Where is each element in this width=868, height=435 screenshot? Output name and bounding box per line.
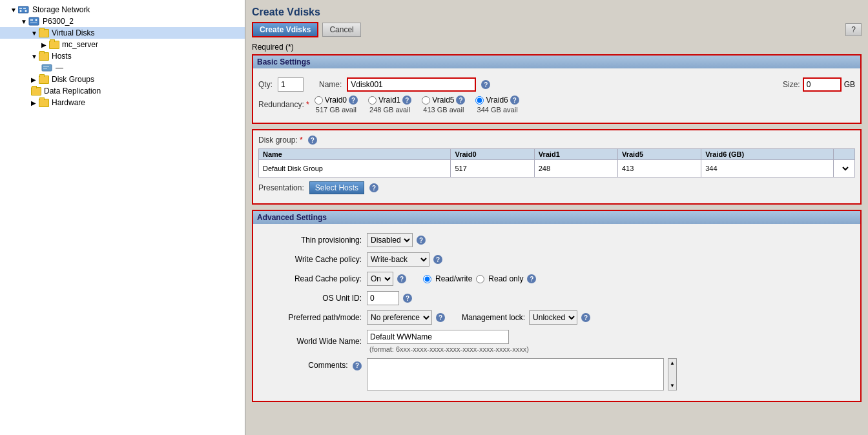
vraid1-help[interactable]: ?	[402, 96, 411, 105]
disk-group-panel: Disk group: ? Name Vraid0 Vraid1 Vraid5 …	[252, 129, 862, 205]
name-input[interactable]	[347, 77, 476, 92]
expand-arrow-hw[interactable]	[31, 99, 37, 106]
readwrite-radio[interactable]	[423, 275, 431, 283]
os-unit-help-icon[interactable]: ?	[403, 294, 412, 303]
svg-rect-10	[43, 66, 49, 67]
vraid6-help[interactable]: ?	[510, 96, 519, 105]
sidebar-item-data-replication[interactable]: Data Replication	[0, 85, 245, 97]
folder-icon-dg	[39, 76, 49, 84]
folder-icon-vd	[39, 29, 49, 37]
vraid0-help[interactable]: ?	[349, 96, 358, 105]
expand-arrow-p6300[interactable]	[21, 18, 27, 25]
dg-col-vraid0: Vraid0	[451, 149, 534, 160]
svg-rect-6	[30, 19, 33, 21]
advanced-settings-panel: Advanced Settings Thin provisioning: Dis…	[252, 210, 862, 402]
disk-group-help[interactable]: ?	[308, 136, 317, 145]
write-cache-select[interactable]: Write-back Write-through Disabled	[367, 252, 429, 267]
name-help-icon[interactable]: ?	[481, 80, 490, 89]
cancel-button[interactable]: Cancel	[322, 23, 360, 37]
dg-col-vraid1: Vraid1	[534, 149, 617, 160]
os-unit-row: OS Unit ID: ?	[258, 291, 855, 305]
mgmt-lock-help-icon[interactable]: ?	[581, 313, 590, 322]
sidebar-item-disk-groups[interactable]: Disk Groups	[0, 74, 245, 85]
size-unit: GB	[844, 80, 855, 89]
readonly-radio[interactable]	[476, 275, 484, 283]
vraid6-avail: 344 GB avail	[477, 106, 518, 114]
sidebar-item-hardware[interactable]: Hardware	[0, 97, 245, 108]
mgmt-lock-select[interactable]: Unlocked Locked	[529, 310, 577, 325]
svg-point-4	[25, 10, 27, 12]
sidebar-label-storage-network: Storage Network	[32, 5, 90, 14]
vraid6-option: Vraid6 ? 344 GB avail	[475, 96, 519, 114]
expand-arrow-hosts[interactable]	[31, 53, 37, 60]
wwn-label: World Wide Name:	[258, 337, 362, 346]
sidebar-item-host-dash[interactable]: —	[0, 62, 245, 74]
expand-arrow-dg[interactable]	[31, 76, 37, 83]
scrollbar-up[interactable]: ▲	[668, 360, 676, 366]
vraid1-radio[interactable]	[368, 96, 377, 105]
basic-settings-panel: Basic Settings Qty: Name: ? Size: GB Red…	[252, 54, 862, 124]
create-vdisks-button[interactable]: Create Vdisks	[252, 22, 318, 37]
wwn-input[interactable]	[367, 330, 509, 344]
vraid5-help[interactable]: ?	[456, 96, 465, 105]
svg-rect-11	[43, 68, 47, 69]
sidebar-label-hosts: Hosts	[52, 52, 72, 61]
sidebar-item-p6300[interactable]: P6300_2	[0, 15, 245, 27]
sidebar-item-storage-network[interactable]: Storage Network	[0, 4, 245, 15]
read-cache-help-icon[interactable]: ?	[397, 274, 406, 283]
vraid5-option: Vraid5 ? 413 GB avail	[422, 96, 465, 114]
scrollbar-down[interactable]: ▼	[668, 383, 676, 389]
comments-help-icon[interactable]: ?	[353, 361, 362, 370]
vraid5-radio[interactable]	[422, 96, 430, 105]
vraid0-label: Vraid0	[325, 96, 347, 105]
svg-rect-8	[30, 22, 37, 23]
vraid5-label: Vraid5	[432, 96, 454, 105]
disk-group-label: Disk group:	[258, 136, 303, 145]
write-cache-help-icon[interactable]: ?	[433, 255, 442, 264]
thin-provisioning-select[interactable]: Disabled Enabled	[367, 233, 413, 247]
vraid0-radio[interactable]	[315, 96, 323, 105]
cache-mode-help[interactable]: ?	[527, 274, 536, 283]
vraid6-radio[interactable]	[475, 96, 484, 105]
redundancy-label: Redundancy:	[258, 100, 309, 109]
dg-name-cell: Default Disk Group	[259, 160, 451, 177]
help-button[interactable]: ?	[845, 23, 862, 36]
dg-dropdown-cell[interactable]: ▼	[834, 160, 855, 177]
svg-rect-5	[29, 17, 39, 25]
thin-provisioning-label: Thin provisioning:	[258, 236, 362, 245]
sidebar-label-p6300: P6300_2	[43, 17, 74, 26]
write-cache-label: Write Cache policy:	[258, 255, 362, 264]
read-cache-select[interactable]: On Off	[367, 272, 393, 286]
readwrite-label: Read/write	[435, 274, 472, 283]
disk-group-table: Name Vraid0 Vraid1 Vraid5 Vraid6 (GB) De…	[258, 148, 855, 177]
expand-arrow[interactable]	[10, 6, 17, 14]
basic-settings-header: Basic Settings	[253, 56, 860, 68]
expand-arrow-vd[interactable]	[31, 30, 37, 37]
comments-textarea[interactable]	[367, 358, 664, 390]
sidebar-item-hosts[interactable]: Hosts	[0, 50, 245, 62]
table-row[interactable]: Default Disk Group 517 248 413 344 ▼	[259, 160, 855, 177]
size-input[interactable]	[803, 77, 842, 92]
preferred-path-select[interactable]: No preference Controller 1 Controller 2	[367, 310, 432, 325]
sidebar-item-mc-server[interactable]: mc_server	[0, 39, 245, 50]
thin-help-icon[interactable]: ?	[417, 236, 426, 245]
page-title: Create Vdisks	[252, 6, 320, 18]
preferred-path-row: Preferred path/mode: No preference Contr…	[258, 310, 855, 325]
dg-select[interactable]: ▼	[838, 161, 851, 176]
expand-arrow-mc[interactable]	[41, 41, 48, 48]
vraid1-option: Vraid1 ? 248 GB avail	[368, 96, 411, 114]
svg-rect-0	[18, 6, 28, 13]
sidebar-label-hardware: Hardware	[52, 98, 85, 107]
presentation-help-icon[interactable]: ?	[369, 183, 378, 192]
vraid6-label: Vraid6	[486, 96, 508, 105]
comments-row: Comments: ? ▲ ▼	[258, 358, 855, 390]
preferred-path-help-icon[interactable]: ?	[436, 313, 445, 322]
qty-input[interactable]	[278, 77, 304, 92]
os-unit-input[interactable]	[367, 291, 399, 305]
select-hosts-button[interactable]: Select Hosts	[309, 181, 364, 194]
sidebar: Storage Network P6300_2 Virtual Disks mc…	[0, 0, 245, 435]
readonly-label: Read only	[488, 274, 523, 283]
folder-icon-hosts	[39, 52, 49, 61]
dg-col-vraid6: Vraid6 (GB)	[701, 149, 834, 160]
sidebar-item-virtual-disks[interactable]: Virtual Disks	[0, 27, 245, 39]
